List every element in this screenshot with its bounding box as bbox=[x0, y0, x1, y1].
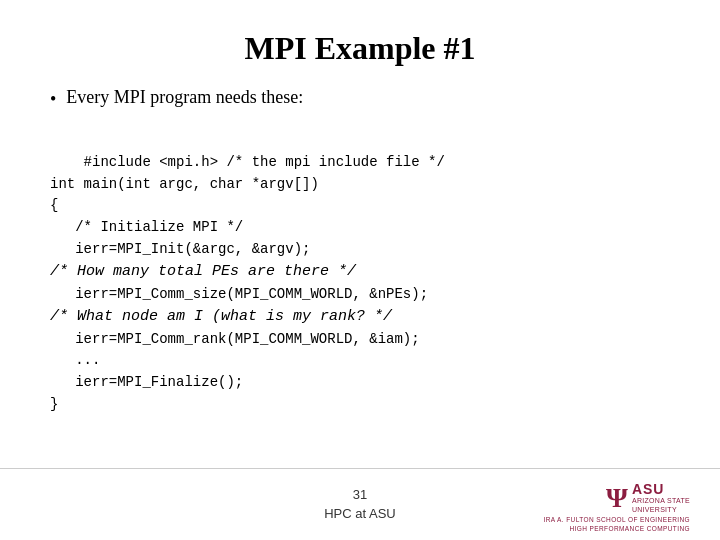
code-line-italic-2: /* What node am I (what is my rank? */ bbox=[50, 308, 392, 325]
asu-pitchfork-icon: Ψ bbox=[606, 484, 628, 512]
code-line-2: ierr=MPI_Comm_size(MPI_COMM_WORLD, &nPEs… bbox=[50, 286, 428, 302]
footer-subtitle: HPC at ASU bbox=[324, 505, 396, 523]
asu-sub-text1: IRA A. FULTON SCHOOL OF ENGINEERING bbox=[544, 516, 690, 523]
bullet-dot: • bbox=[50, 87, 56, 112]
asu-logo-top: Ψ ASU ARIZONA STATE UNIVERSITY bbox=[606, 482, 690, 514]
asu-logo-container: Ψ ASU ARIZONA STATE UNIVERSITY IRA A. FU… bbox=[544, 482, 690, 532]
slide: MPI Example #1 • Every MPI program needs… bbox=[0, 0, 720, 540]
asu-logo: Ψ ASU ARIZONA STATE UNIVERSITY IRA A. FU… bbox=[544, 482, 690, 532]
slide-footer: 31 HPC at ASU Ψ ASU ARIZONA STATE UNIVER… bbox=[0, 468, 720, 540]
bullet-text: Every MPI program needs these: bbox=[66, 87, 303, 108]
code-line-3: ierr=MPI_Comm_rank(MPI_COMM_WORLD, &iam)… bbox=[50, 331, 420, 412]
asu-line2: UNIVERSITY bbox=[632, 505, 690, 514]
asu-sub-text2: HIGH PERFORMANCE COMPUTING bbox=[569, 525, 690, 532]
slide-title: MPI Example #1 bbox=[50, 30, 670, 67]
asu-line1: ARIZONA STATE bbox=[632, 496, 690, 505]
asu-main-text: ASU bbox=[632, 482, 690, 496]
bullet-item: • Every MPI program needs these: bbox=[50, 87, 670, 112]
code-line-italic-1: /* How many total PEs are there */ bbox=[50, 263, 356, 280]
footer-center: 31 HPC at ASU bbox=[324, 486, 396, 522]
code-line-1: #include <mpi.h> /* the mpi include file… bbox=[50, 154, 445, 257]
page-number: 31 bbox=[324, 486, 396, 504]
code-block: #include <mpi.h> /* the mpi include file… bbox=[50, 130, 670, 437]
asu-text-block: ASU ARIZONA STATE UNIVERSITY bbox=[632, 482, 690, 514]
